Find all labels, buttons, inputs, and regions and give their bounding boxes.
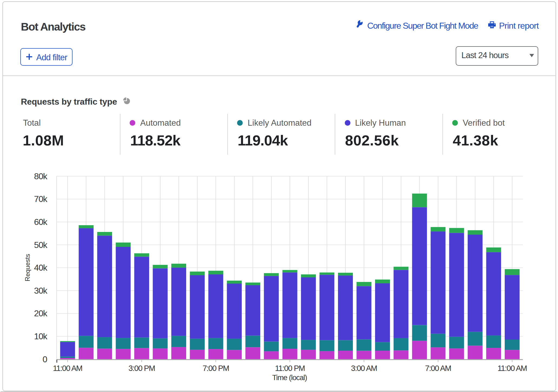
svg-text:3:00 AM: 3:00 AM <box>351 364 377 373</box>
svg-text:11:00 PM: 11:00 PM <box>275 364 305 373</box>
svg-text:11:00 AM: 11:00 AM <box>497 364 527 373</box>
svg-text:50k: 50k <box>34 240 48 250</box>
svg-text:0: 0 <box>42 354 47 364</box>
svg-text:30k: 30k <box>34 286 48 295</box>
svg-text:11:00 AM: 11:00 AM <box>53 364 82 373</box>
svg-text:3:00 PM: 3:00 PM <box>129 364 155 373</box>
svg-text:80k: 80k <box>34 171 48 181</box>
svg-text:7:00 AM: 7:00 AM <box>425 364 451 373</box>
svg-text:60k: 60k <box>34 217 48 227</box>
svg-text:40k: 40k <box>34 263 48 273</box>
svg-text:10k: 10k <box>34 331 48 341</box>
svg-text:20k: 20k <box>34 308 48 318</box>
svg-text:7:00 PM: 7:00 PM <box>203 364 229 373</box>
svg-text:Requests: Requests <box>24 254 31 281</box>
svg-text:Time (local): Time (local) <box>272 373 307 382</box>
svg-text:70k: 70k <box>34 194 48 204</box>
